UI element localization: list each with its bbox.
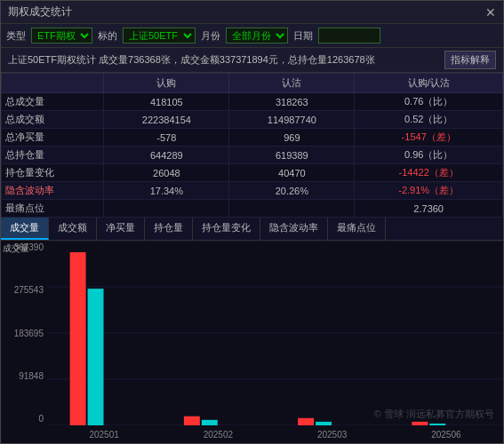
date-label: 日期 (293, 29, 313, 43)
row-ratio: 0.96（比） (355, 147, 503, 164)
row-ratio: -14422（差） (355, 164, 503, 182)
row-label: 最痛点位 (2, 200, 104, 218)
close-button[interactable]: ✕ (485, 5, 496, 20)
type-select[interactable]: ETF期权 (31, 28, 92, 44)
row-ratio: 2.7360 (355, 200, 503, 218)
call-bar (184, 416, 200, 425)
row-ratio: 0.52（比） (355, 111, 503, 129)
col-header-call: 认购 (104, 74, 229, 93)
col-header-label (2, 74, 104, 93)
row-label: 总持仓量 (2, 147, 104, 164)
x-axis-label: 202503 (317, 430, 347, 440)
row-label: 持仓量变化 (2, 164, 104, 182)
col-header-put: 认沽 (229, 74, 355, 93)
row-label: 隐含波动率 (2, 182, 104, 200)
y-axis-label: 91848 (1, 371, 47, 381)
indicator-button[interactable]: 指标解释 (444, 51, 496, 69)
y-axis: 367390275543183695918480 (1, 241, 47, 425)
stats-text: 上证50ETF期权统计 成交量736368张，成交金额337371894元，总持… (8, 53, 375, 67)
date-input[interactable]: 2024/12/30 (318, 28, 380, 44)
tab-item-2[interactable]: 净买量 (97, 218, 145, 240)
row-put: 969 (229, 129, 355, 147)
tab-item-3[interactable]: 持仓量 (145, 218, 193, 240)
row-call (104, 200, 229, 218)
target-select[interactable]: 上证50ETF (123, 28, 196, 44)
y-axis-label: 275543 (1, 285, 47, 295)
type-label: 类型 (6, 29, 26, 43)
y-axis-label: 0 (1, 414, 47, 424)
row-put (229, 200, 355, 218)
row-put: 40470 (229, 164, 355, 182)
row-put: 114987740 (229, 111, 355, 129)
tab-item-4[interactable]: 持仓量变化 (193, 218, 260, 240)
row-call: -578 (104, 129, 229, 147)
watermark: © 雪球 润远私募官方期权号 (374, 408, 494, 421)
table-row: 最痛点位 2.7360 (2, 200, 503, 218)
window-title: 期权成交统计 (8, 4, 72, 20)
table-row: 总成交额 222384154 114987740 0.52（比） (2, 111, 503, 129)
stats-bar: 上证50ETF期权统计 成交量736368张，成交金额337371894元，总持… (1, 48, 503, 73)
row-ratio: 0.76（比） (355, 93, 503, 111)
chart-inner (47, 241, 503, 425)
x-axis: 202501202502202503202506 (47, 425, 503, 443)
tab-item-6[interactable]: 最痛点位 (328, 218, 386, 240)
main-window: 期权成交统计 ✕ 类型 ETF期权 标的 上证50ETF 月份 全部月份 日期 … (0, 0, 504, 444)
month-select[interactable]: 全部月份 (226, 28, 288, 44)
col-header-ratio: 认购/认沽 (355, 74, 503, 93)
statistics-table: 认购 认沽 认购/认沽 总成交量 418105 318263 0.76（比） 总… (1, 73, 503, 218)
row-ratio: -1547（差） (355, 129, 503, 147)
tabs-row: 成交量成交额净买量持仓量持仓量变化隐含波动率最痛点位 (1, 218, 503, 241)
row-ratio: -2.91%（差） (355, 182, 503, 200)
row-call: 418105 (104, 93, 229, 111)
table-row: 总成交量 418105 318263 0.76（比） (2, 93, 503, 111)
row-put: 20.26% (229, 182, 355, 200)
month-label: 月份 (201, 29, 220, 43)
x-axis-label: 202502 (204, 430, 233, 440)
row-label: 总成交额 (2, 111, 104, 129)
tab-item-5[interactable]: 隐含波动率 (260, 218, 328, 240)
chart-svg (47, 241, 503, 425)
title-bar: 期权成交统计 ✕ (1, 1, 503, 24)
row-call: 26048 (104, 164, 229, 182)
call-bar (70, 252, 86, 425)
x-axis-label: 202501 (89, 430, 118, 440)
y-axis-title: 成交量 (3, 242, 29, 255)
row-label: 总净买量 (2, 129, 104, 147)
row-call: 17.34% (104, 182, 229, 200)
row-call: 222384154 (104, 111, 229, 129)
row-call: 644289 (104, 147, 229, 164)
table-row: 总净买量 -578 969 -1547（差） (2, 129, 503, 147)
x-axis-label: 202506 (431, 430, 460, 440)
tab-item-0[interactable]: 成交量 (1, 218, 49, 240)
chart-area: 367390275543183695918480 成交量 20250120250… (1, 241, 503, 443)
data-table-container: 认购 认沽 认购/认沽 总成交量 418105 318263 0.76（比） 总… (1, 73, 503, 218)
y-axis-label: 183695 (1, 329, 47, 338)
call-bar (298, 418, 314, 425)
table-row: 总持仓量 644289 619389 0.96（比） (2, 147, 503, 164)
tab-item-1[interactable]: 成交额 (49, 218, 97, 240)
table-row: 持仓量变化 26048 40470 -14422（差） (2, 164, 503, 182)
put-bar (88, 289, 104, 425)
table-row: 隐含波动率 17.34% 20.26% -2.91%（差） (2, 182, 503, 200)
row-put: 318263 (229, 93, 355, 111)
toolbar: 类型 ETF期权 标的 上证50ETF 月份 全部月份 日期 2024/12/3… (1, 24, 503, 48)
row-put: 619389 (229, 147, 355, 164)
chart-container: 367390275543183695918480 成交量 20250120250… (1, 241, 503, 443)
target-label: 标的 (98, 29, 117, 43)
row-label: 总成交量 (2, 93, 104, 111)
